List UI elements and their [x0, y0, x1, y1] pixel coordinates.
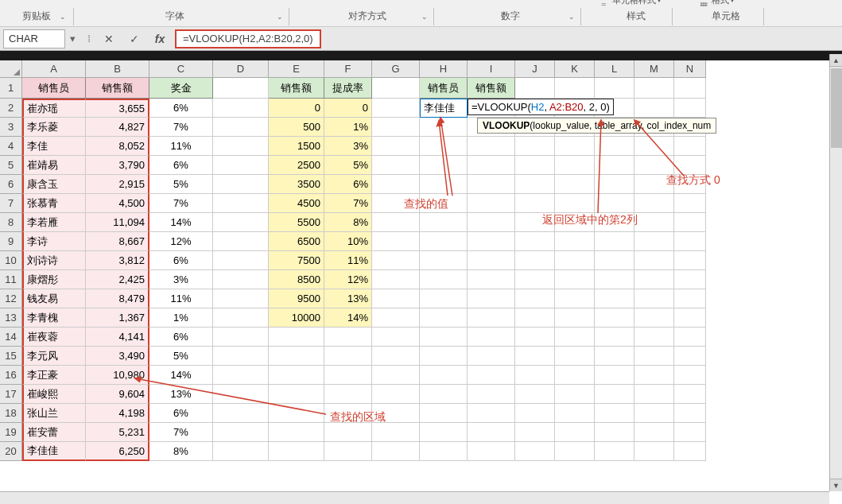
cell-L16[interactable] [595, 366, 634, 385]
cell-E5[interactable]: 2500 [269, 156, 324, 175]
cell-E16[interactable] [269, 366, 324, 385]
cell-C17[interactable]: 13% [149, 385, 213, 404]
format-button[interactable]: 格式▾ [712, 0, 734, 6]
cell-L18[interactable] [595, 404, 634, 423]
cell-B8[interactable]: 11,094 [86, 213, 149, 232]
col-header-M[interactable]: M [634, 60, 674, 78]
cell-I14[interactable] [468, 328, 515, 347]
col-header-B[interactable]: B [86, 60, 149, 78]
col-header-F[interactable]: F [324, 60, 372, 78]
name-box-dropdown[interactable]: ▾ [65, 29, 80, 48]
cell-K10[interactable] [555, 251, 595, 270]
cell-E8[interactable]: 5500 [269, 213, 324, 232]
cell-D18[interactable] [213, 404, 269, 423]
cell-E13[interactable]: 10000 [269, 308, 324, 328]
cell-L1[interactable] [595, 78, 634, 99]
cell-D19[interactable] [213, 423, 269, 442]
horizontal-scrollbar[interactable] [0, 491, 829, 504]
cell-H1[interactable]: 销售员 [420, 78, 468, 99]
cell-H16[interactable] [420, 366, 468, 385]
cell-J17[interactable] [515, 385, 555, 404]
cell-N5[interactable] [674, 156, 706, 175]
cell-F10[interactable]: 11% [324, 251, 372, 270]
cell-N15[interactable] [674, 347, 706, 366]
scroll-down-button[interactable]: ▼ [830, 479, 842, 491]
cell-I4[interactable] [468, 137, 515, 156]
cell-A16[interactable]: 李正豪 [22, 366, 86, 385]
cell-M20[interactable] [634, 442, 674, 461]
cell-K20[interactable] [555, 442, 595, 461]
cell-I6[interactable] [468, 175, 515, 194]
cell-F2[interactable]: 0 [324, 99, 372, 118]
cell-H11[interactable] [420, 270, 468, 289]
cell-E15[interactable] [269, 347, 324, 366]
cell-C19[interactable]: 7% [149, 423, 213, 442]
cell-I18[interactable] [468, 404, 515, 423]
cell-N20[interactable] [674, 442, 706, 461]
cell-L10[interactable] [595, 251, 634, 270]
cell-G9[interactable] [372, 232, 420, 251]
cell-D3[interactable] [213, 118, 269, 137]
cell-D2[interactable] [213, 99, 269, 118]
cell-I10[interactable] [468, 251, 515, 270]
cell-D14[interactable] [213, 328, 269, 347]
row-header-14[interactable]: 14 [0, 328, 22, 347]
cell-E10[interactable]: 7500 [269, 251, 324, 270]
cell-B9[interactable]: 8,667 [86, 232, 149, 251]
cell-C9[interactable]: 12% [149, 232, 213, 251]
cell-K15[interactable] [555, 347, 595, 366]
cell-C14[interactable]: 6% [149, 328, 213, 347]
cell-F5[interactable]: 5% [324, 156, 372, 175]
cell-I12[interactable] [468, 289, 515, 308]
cell-E7[interactable]: 4500 [269, 194, 324, 213]
cell-G18[interactable] [372, 404, 420, 423]
cell-B14[interactable]: 4,141 [86, 328, 149, 347]
col-header-L[interactable]: L [595, 60, 634, 78]
cell-F19[interactable] [324, 423, 372, 442]
cell-J14[interactable] [515, 328, 555, 347]
cell-E6[interactable]: 3500 [269, 175, 324, 194]
cell-E18[interactable] [269, 404, 324, 423]
cell-G6[interactable] [372, 175, 420, 194]
cell-J9[interactable] [515, 232, 555, 251]
cell-E11[interactable]: 8500 [269, 270, 324, 289]
cell-C5[interactable]: 6% [149, 156, 213, 175]
cell-J8[interactable] [515, 213, 555, 232]
row-header-4[interactable]: 4 [0, 137, 22, 156]
row-header-9[interactable]: 9 [0, 232, 22, 251]
cell-G2[interactable] [372, 99, 420, 118]
cell-K18[interactable] [555, 404, 595, 423]
row-header-16[interactable]: 16 [0, 366, 22, 385]
cell-F14[interactable] [324, 328, 372, 347]
scroll-up-button[interactable]: ▲ [830, 54, 842, 67]
cell-F13[interactable]: 14% [324, 308, 372, 328]
cell-F18[interactable] [324, 404, 372, 423]
cell-A12[interactable]: 钱友易 [22, 289, 86, 308]
cell-D5[interactable] [213, 156, 269, 175]
cell-L6[interactable] [595, 175, 634, 194]
cell-G1[interactable] [372, 78, 420, 99]
cell-H9[interactable] [420, 232, 468, 251]
cell-D13[interactable] [213, 308, 269, 328]
cell-L12[interactable] [595, 289, 634, 308]
cell-E4[interactable]: 1500 [269, 137, 324, 156]
cell-C16[interactable]: 14% [149, 366, 213, 385]
cell-B15[interactable]: 3,490 [86, 347, 149, 366]
cell-J1[interactable] [515, 78, 555, 99]
cell-E19[interactable] [269, 423, 324, 442]
cell-E14[interactable] [269, 328, 324, 347]
row-header-11[interactable]: 11 [0, 270, 22, 289]
cell-B7[interactable]: 4,500 [86, 194, 149, 213]
cell-I19[interactable] [468, 423, 515, 442]
cell-D9[interactable] [213, 232, 269, 251]
cell-E9[interactable]: 6500 [269, 232, 324, 251]
cell-D8[interactable] [213, 213, 269, 232]
cell-C10[interactable]: 6% [149, 251, 213, 270]
row-header-17[interactable]: 17 [0, 385, 22, 404]
cell-H17[interactable] [420, 385, 468, 404]
vertical-scrollbar[interactable]: ▲ ▼ [829, 54, 842, 491]
cell-F20[interactable] [324, 442, 372, 461]
cell-H19[interactable] [420, 423, 468, 442]
cell-A19[interactable]: 崔安蕾 [22, 423, 86, 442]
cell-C18[interactable]: 6% [149, 404, 213, 423]
